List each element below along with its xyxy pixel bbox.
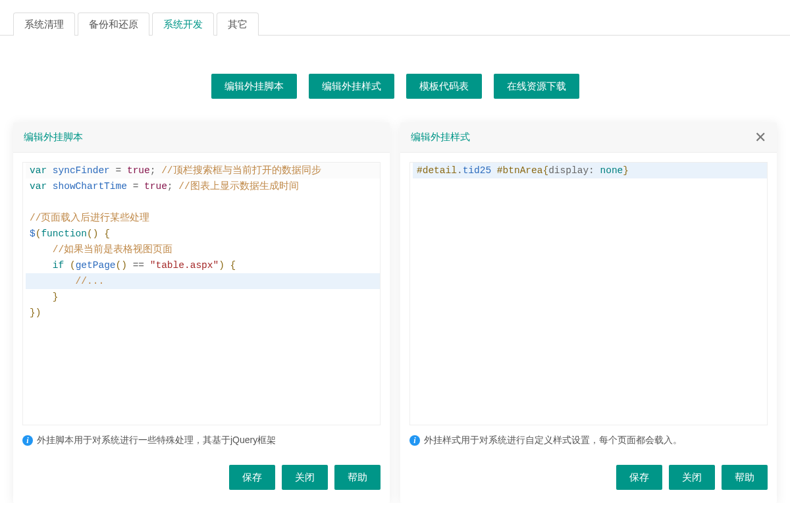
close-icon[interactable]: ✕	[754, 130, 766, 145]
script-info-row: i 外挂脚本用于对系统进行一些特殊处理，其基于jQuery框架	[22, 425, 381, 446]
panel-edit-script: 编辑外挂脚本 var syncFinder = true; //顶栏搜索框与当前…	[13, 122, 390, 503]
info-icon: i	[409, 435, 420, 446]
toolbar: 编辑外挂脚本 编辑外挂样式 模板代码表 在线资源下载	[0, 36, 790, 122]
tab-system-dev[interactable]: 系统开发	[152, 13, 214, 36]
edit-script-button[interactable]: 编辑外挂脚本	[211, 74, 297, 99]
style-help-button[interactable]: 帮助	[722, 465, 768, 490]
script-close-button[interactable]: 关闭	[282, 465, 328, 490]
info-icon: i	[22, 435, 33, 446]
template-table-button[interactable]: 模板代码表	[406, 74, 482, 99]
style-editor[interactable]: #detail.tid25 #btnArea{display: none}	[409, 162, 768, 425]
script-help-button[interactable]: 帮助	[334, 465, 381, 490]
panels-container: 编辑外挂脚本 var syncFinder = true; //顶栏搜索框与当前…	[0, 122, 790, 503]
online-download-button[interactable]: 在线资源下载	[494, 74, 579, 99]
panel-edit-style: 编辑外挂样式 ✕ #detail.tid25 #btnArea{display:…	[400, 122, 777, 503]
script-info-text: 外挂脚本用于对系统进行一些特殊处理，其基于jQuery框架	[37, 435, 276, 446]
fold-marker-icon[interactable]: ▾	[22, 226, 26, 234]
style-close-button[interactable]: 关闭	[669, 465, 715, 490]
script-save-button[interactable]: 保存	[229, 465, 275, 490]
tab-other[interactable]: 其它	[217, 13, 259, 36]
tab-system-clean[interactable]: 系统清理	[13, 13, 75, 36]
panel-style-footer: 保存 关闭 帮助	[400, 446, 777, 503]
script-editor[interactable]: var syncFinder = true; //顶栏搜索框与当前打开的数据同步…	[22, 162, 381, 425]
panel-style-header: 编辑外挂样式 ✕	[400, 122, 777, 153]
panel-script-footer: 保存 关闭 帮助	[13, 446, 390, 503]
panel-script-title: 编辑外挂脚本	[24, 131, 379, 144]
fold-marker-icon[interactable]: ▾	[22, 257, 26, 266]
panel-style-title: 编辑外挂样式	[411, 131, 754, 144]
style-info-row: i 外挂样式用于对系统进行自定义样式设置，每个页面都会载入。	[409, 425, 768, 446]
tab-backup-restore[interactable]: 备份和还原	[78, 13, 149, 36]
edit-style-button[interactable]: 编辑外挂样式	[309, 74, 394, 99]
tabs-bar: 系统清理 备份和还原 系统开发 其它	[0, 0, 790, 36]
style-info-text: 外挂样式用于对系统进行自定义样式设置，每个页面都会载入。	[424, 435, 682, 446]
style-save-button[interactable]: 保存	[616, 465, 662, 490]
panel-script-header: 编辑外挂脚本	[13, 122, 390, 153]
